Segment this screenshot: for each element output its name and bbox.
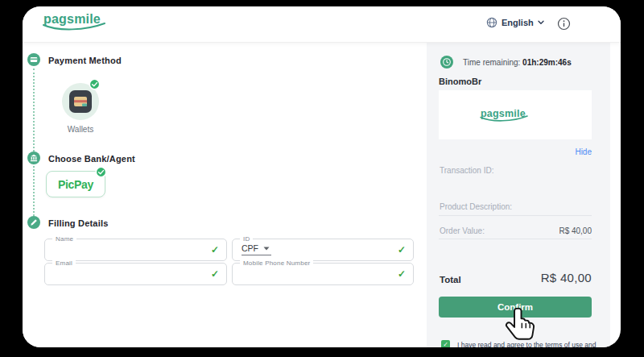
id-type-dropdown[interactable]: CPF [242,243,271,255]
name-input[interactable] [53,243,184,253]
phone-input[interactable] [241,267,370,277]
phone-field-label: Mobile Phone Number [240,259,313,267]
step2-indicator [27,152,40,164]
total-value: R$ 40,00 [541,271,592,284]
receipt-pagsmile-logo: pagsmile [481,108,550,122]
total-label: Total [440,275,461,284]
name-field[interactable]: Name ✓ [44,239,227,261]
name-valid-check-icon: ✓ [211,244,219,255]
product-description-label: Product Description: [440,202,512,211]
email-input[interactable] [53,267,184,277]
steps-connector-line [33,68,35,216]
steps-panel: Payment Method Wallets [23,42,427,347]
info-button[interactable] [557,17,571,31]
order-value-label: Order Value: [440,226,485,235]
pencil-icon [30,218,38,226]
time-remaining-label: Time remaining: [463,58,520,67]
email-field-label: Email [52,259,76,267]
id-type-value: CPF [242,243,258,253]
email-valid-check-icon: ✓ [211,268,219,280]
divider [439,239,592,239]
email-field[interactable]: Email ✓ [44,263,227,285]
phone-field[interactable]: Mobile Phone Number ✓ [232,263,414,285]
header: pagsmile English [23,6,621,43]
info-icon [557,17,571,31]
order-value: R$ 40,00 [559,226,592,235]
payment-page: pagsmile English [0,0,644,357]
language-label: English [502,18,534,27]
checkout-card: pagsmile English [23,6,621,347]
terms-checkbox[interactable]: ✓ [441,340,450,347]
id-field-label: ID [240,235,253,243]
phone-valid-check-icon: ✓ [398,268,406,280]
dropdown-arrow-icon [263,247,270,251]
transaction-id-label: Transaction ID: [440,166,493,175]
terms-agreement: ✓ I have read and agree to the terms of … [441,340,606,347]
divider [439,215,592,216]
time-remaining: Time remaining: 01h:29m:46s [463,58,572,67]
language-selector[interactable]: English [486,17,544,28]
globe-icon [486,17,497,28]
picpay-selected-check-icon [95,166,107,181]
terms-text: I have read and agree to the terms of us… [457,340,596,347]
wallets-selected-check-icon [89,78,101,93]
step3-indicator [27,216,40,229]
bank-icon [30,154,38,162]
hide-link[interactable]: Hide [575,147,592,156]
picpay-logo: PicPay [58,178,93,191]
step3-title: Filling Details [48,218,109,228]
wallets-label: Wallets [52,125,109,134]
pagsmile-logo: pagsmile [43,12,113,31]
chevron-down-icon [538,20,544,25]
confirm-button[interactable]: Confirm [439,297,592,318]
step1-title: Payment Method [48,56,122,65]
order-summary-panel: Time remaining: 01h:29m:46s BinomoBr pag… [427,42,610,347]
step2-title: Choose Bank/Agent [48,154,135,164]
time-remaining-value: 01h:29m:46s [522,58,572,67]
step1-indicator [27,53,40,66]
id-field[interactable]: ID CPF ✓ [232,239,414,261]
timer-clock-icon [440,56,453,72]
name-field-label: Name [52,235,76,243]
merchant-logo-box: pagsmile [439,90,592,139]
receipt-logo-text: pagsmile [481,108,550,119]
card-icon [30,56,38,64]
merchant-name: BinomoBr [439,77,481,86]
id-valid-check-icon: ✓ [398,244,406,255]
